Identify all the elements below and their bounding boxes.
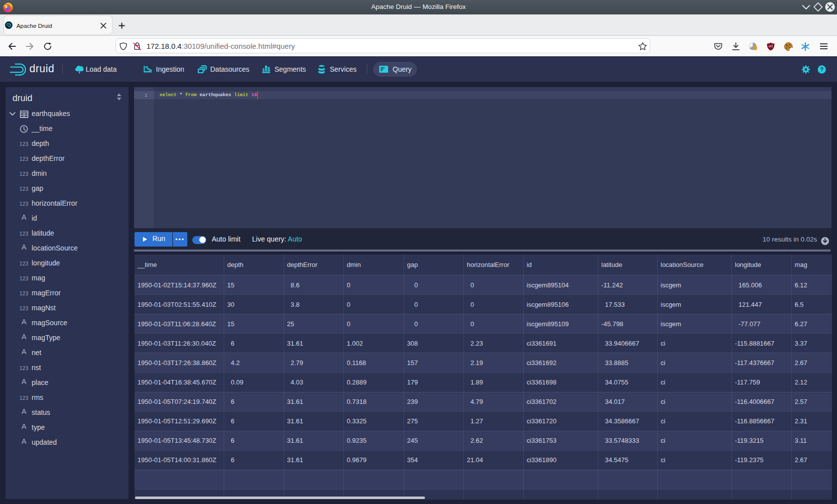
svg-text:uO: uO — [769, 44, 773, 47]
svg-text:?: ? — [820, 66, 824, 72]
